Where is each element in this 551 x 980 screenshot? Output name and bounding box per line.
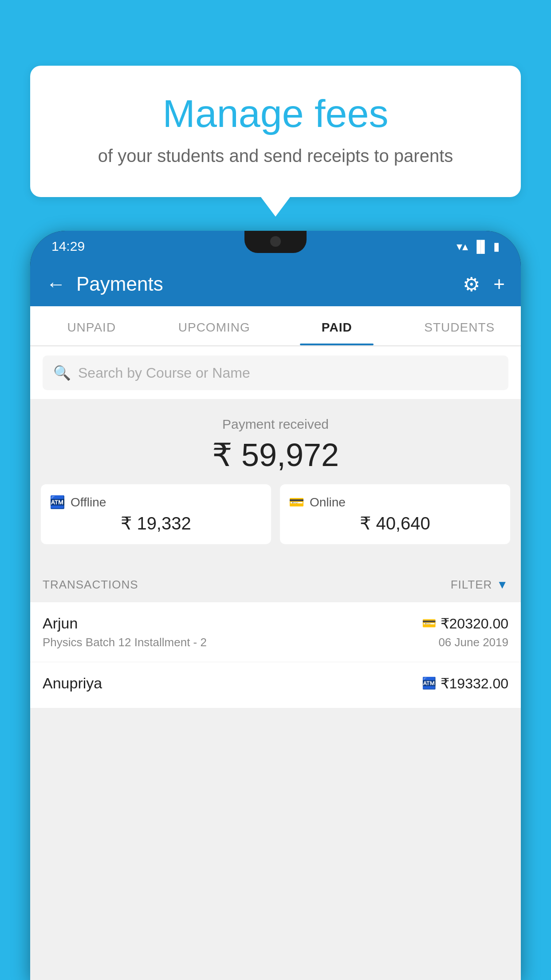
transaction-amount-wrap: 🏧 ₹19332.00 <box>422 675 508 692</box>
transaction-amount: ₹19332.00 <box>441 675 508 692</box>
card-payment-icon: 💳 <box>422 616 436 630</box>
battery-icon: ▮ <box>493 240 500 253</box>
search-container: 🔍 Search by Course or Name <box>30 347 521 399</box>
search-icon: 🔍 <box>53 364 71 381</box>
offline-amount: ₹ 19,332 <box>50 513 262 533</box>
offline-card-header: 🏧 Offline <box>50 495 262 510</box>
cash-payment-icon: 🏧 <box>422 676 436 690</box>
tabs: UNPAID UPCOMING PAID STUDENTS <box>30 306 521 346</box>
offline-icon: 🏧 <box>50 495 65 510</box>
app-header: ← Payments ⚙ + <box>30 262 521 306</box>
online-card: 💳 Online ₹ 40,640 <box>280 484 510 544</box>
signal-icon: ▐▌ <box>472 240 489 253</box>
offline-label: Offline <box>71 495 106 510</box>
speech-bubble: Manage fees of your students and send re… <box>30 66 521 197</box>
tab-unpaid[interactable]: UNPAID <box>30 306 153 345</box>
status-bar: 14:29 ▾▴ ▐▌ ▮ <box>30 231 521 262</box>
bubble-title: Manage fees <box>52 92 499 135</box>
status-icons: ▾▴ ▐▌ ▮ <box>457 240 500 253</box>
tab-paid[interactable]: PAID <box>276 306 398 345</box>
phone-frame: 14:29 ▾▴ ▐▌ ▮ ← Payments ⚙ + UNPAID UPCO… <box>30 231 521 980</box>
header-actions: ⚙ + <box>463 273 505 296</box>
wifi-icon: ▾▴ <box>457 240 468 253</box>
filter-label: FILTER <box>451 578 492 592</box>
add-button[interactable]: + <box>493 273 505 295</box>
filter-button[interactable]: FILTER ▼ <box>451 578 508 592</box>
transaction-course: Physics Batch 12 Installment - 2 <box>43 636 207 649</box>
transaction-bottom: Physics Batch 12 Installment - 2 06 June… <box>43 636 508 649</box>
transactions-header: TRANSACTIONS FILTER ▼ <box>30 567 521 602</box>
settings-icon[interactable]: ⚙ <box>463 273 480 296</box>
status-time: 14:29 <box>51 239 85 254</box>
payment-total-amount: ₹ 59,972 <box>30 436 521 474</box>
search-box[interactable]: 🔍 Search by Course or Name <box>43 356 508 390</box>
page-title: Payments <box>76 273 463 295</box>
bubble-subtitle: of your students and send receipts to pa… <box>52 146 499 166</box>
tab-upcoming[interactable]: UPCOMING <box>153 306 276 345</box>
table-row[interactable]: Anupriya 🏧 ₹19332.00 <box>30 662 521 708</box>
online-card-header: 💳 Online <box>289 495 501 510</box>
notch <box>244 231 307 253</box>
payment-cards: 🏧 Offline ₹ 19,332 💳 Online ₹ 40,640 <box>30 484 521 557</box>
back-button[interactable]: ← <box>46 273 66 295</box>
camera <box>270 236 281 247</box>
payment-summary: Payment received ₹ 59,972 🏧 Offline ₹ 19… <box>30 399 521 567</box>
online-label: Online <box>310 495 346 510</box>
transaction-date: 06 June 2019 <box>438 636 508 649</box>
transaction-amount-wrap: 💳 ₹20320.00 <box>422 615 508 632</box>
filter-icon: ▼ <box>496 578 508 592</box>
transaction-name: Anupriya <box>43 675 102 692</box>
transaction-amount: ₹20320.00 <box>441 615 508 632</box>
search-input[interactable]: Search by Course or Name <box>78 365 250 381</box>
transaction-name: Arjun <box>43 615 78 632</box>
online-amount: ₹ 40,640 <box>289 513 501 533</box>
tab-students[interactable]: STUDENTS <box>398 306 521 345</box>
phone-screen: UNPAID UPCOMING PAID STUDENTS 🔍 Search b… <box>30 306 521 980</box>
offline-card: 🏧 Offline ₹ 19,332 <box>41 484 271 544</box>
table-row[interactable]: Arjun 💳 ₹20320.00 Physics Batch 12 Insta… <box>30 602 521 662</box>
online-icon: 💳 <box>289 495 304 510</box>
transaction-top: Arjun 💳 ₹20320.00 <box>43 615 508 632</box>
transactions-label: TRANSACTIONS <box>43 578 138 592</box>
transaction-top: Anupriya 🏧 ₹19332.00 <box>43 675 508 692</box>
payment-received-label: Payment received <box>30 417 521 432</box>
